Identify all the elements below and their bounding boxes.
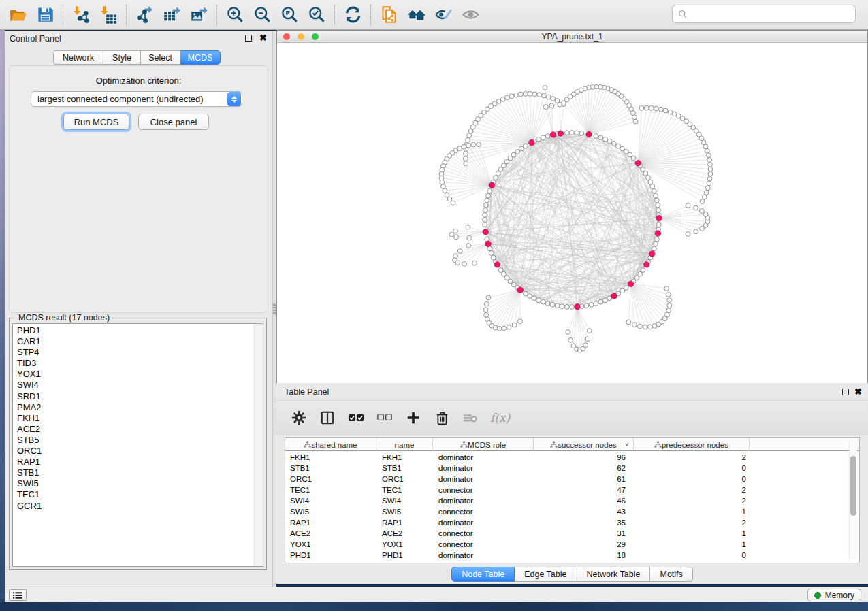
list-item[interactable]: SWI4 bbox=[13, 380, 253, 391]
tab-mcds[interactable]: MCDS bbox=[180, 50, 221, 65]
leaf-node[interactable] bbox=[703, 212, 708, 217]
list-item[interactable]: TID3 bbox=[13, 358, 253, 369]
leaf-node[interactable] bbox=[467, 235, 472, 240]
mcds-dominator-node[interactable] bbox=[635, 161, 641, 166]
ring-node[interactable] bbox=[564, 304, 569, 309]
ring-node[interactable] bbox=[487, 246, 492, 251]
tab-edge-table[interactable]: Edge Table bbox=[515, 567, 577, 582]
leaf-node[interactable] bbox=[543, 86, 547, 90]
leaf-node[interactable] bbox=[468, 129, 473, 133]
leaf-node[interactable] bbox=[568, 338, 573, 343]
list-item[interactable]: STB1 bbox=[13, 467, 253, 478]
table-row[interactable]: STB1STB1dominator620 bbox=[285, 463, 859, 474]
ring-node[interactable] bbox=[483, 218, 487, 222]
tab-motifs[interactable]: Motifs bbox=[650, 567, 692, 582]
leaf-node[interactable] bbox=[562, 101, 566, 105]
leaf-node[interactable] bbox=[472, 261, 477, 265]
ring-node[interactable] bbox=[652, 188, 656, 193]
leaf-node[interactable] bbox=[644, 105, 649, 110]
leaf-node[interactable] bbox=[638, 324, 643, 329]
leaf-node[interactable] bbox=[440, 180, 445, 184]
leaf-node[interactable] bbox=[700, 199, 705, 204]
ring-node[interactable] bbox=[564, 131, 569, 135]
memory-button[interactable]: Memory bbox=[807, 589, 861, 601]
list-item[interactable]: SRD1 bbox=[13, 391, 253, 402]
home-layout-button[interactable] bbox=[402, 3, 430, 27]
leaf-node[interactable] bbox=[514, 93, 519, 97]
ring-node[interactable] bbox=[598, 299, 603, 304]
leaf-node[interactable] bbox=[666, 308, 671, 313]
column-header-shared-name[interactable]: shared name bbox=[285, 438, 376, 451]
ring-node[interactable] bbox=[575, 131, 579, 135]
ring-node[interactable] bbox=[536, 298, 541, 303]
refresh-view-button[interactable] bbox=[339, 3, 366, 27]
network-graph-view[interactable] bbox=[277, 43, 867, 383]
mcds-dominator-node[interactable] bbox=[558, 131, 563, 136]
tab-network-table[interactable]: Network Table bbox=[577, 567, 651, 582]
leaf-node[interactable] bbox=[466, 143, 471, 148]
ring-node[interactable] bbox=[502, 271, 507, 276]
leaf-node[interactable] bbox=[587, 329, 592, 333]
leaf-node[interactable] bbox=[667, 298, 672, 303]
save-session-button[interactable] bbox=[31, 3, 59, 27]
list-item[interactable]: CAR1 bbox=[13, 336, 253, 347]
ring-node[interactable] bbox=[648, 180, 653, 184]
ring-node[interactable] bbox=[650, 184, 655, 189]
list-item[interactable]: TEC1 bbox=[13, 489, 253, 500]
ring-node[interactable] bbox=[641, 268, 645, 273]
zoom-out-button[interactable] bbox=[248, 3, 276, 27]
ring-node[interactable] bbox=[654, 198, 659, 203]
ring-node[interactable] bbox=[628, 152, 632, 157]
criterion-dropdown[interactable]: largest connected component (undirected) bbox=[31, 91, 242, 107]
ring-node[interactable] bbox=[491, 255, 496, 260]
leaf-node[interactable] bbox=[509, 94, 514, 99]
leaf-node[interactable] bbox=[643, 325, 647, 329]
tab-style[interactable]: Style bbox=[103, 50, 141, 65]
table-row[interactable]: SWI5SWI5connector431 bbox=[285, 506, 859, 517]
leaf-node[interactable] bbox=[703, 195, 707, 199]
export-network-button[interactable] bbox=[131, 3, 158, 27]
deselect-all-button[interactable] bbox=[376, 409, 393, 427]
ring-node[interactable] bbox=[511, 282, 516, 287]
ring-node[interactable] bbox=[483, 208, 487, 212]
leaf-node[interactable] bbox=[484, 301, 489, 306]
run-mcds-button[interactable]: Run MCDS bbox=[63, 114, 129, 130]
leaf-node[interactable] bbox=[505, 95, 510, 100]
leaf-node[interactable] bbox=[633, 119, 638, 124]
ring-node[interactable] bbox=[485, 198, 489, 203]
ring-node[interactable] bbox=[494, 176, 498, 180]
list-item[interactable]: STB5 bbox=[13, 435, 253, 446]
list-item[interactable]: FKH1 bbox=[13, 413, 253, 424]
mcds-dominator-node[interactable] bbox=[550, 132, 556, 137]
hide-annotations-button[interactable] bbox=[430, 3, 457, 27]
leaf-node[interactable] bbox=[551, 97, 556, 101]
leaf-node[interactable] bbox=[708, 162, 713, 167]
column-header-MCDS-role[interactable]: MCDS role bbox=[433, 438, 534, 451]
list-scrollbar[interactable] bbox=[254, 324, 263, 566]
mcds-dominator-node[interactable] bbox=[655, 231, 660, 236]
ring-node[interactable] bbox=[589, 302, 594, 307]
leaf-node[interactable] bbox=[694, 229, 698, 234]
ring-node[interactable] bbox=[584, 303, 589, 308]
table-row[interactable]: ACE2ACE2connector311 bbox=[285, 528, 859, 539]
leaf-node[interactable] bbox=[707, 158, 712, 163]
leaf-node[interactable] bbox=[543, 105, 548, 110]
clone-network-button[interactable] bbox=[375, 3, 402, 27]
ring-node[interactable] bbox=[612, 142, 617, 146]
ring-node[interactable] bbox=[607, 139, 612, 144]
ring-node[interactable] bbox=[654, 193, 658, 198]
leaf-node[interactable] bbox=[707, 176, 712, 181]
ring-node[interactable] bbox=[656, 208, 661, 212]
tab-select[interactable]: Select bbox=[141, 50, 180, 65]
leaf-node[interactable] bbox=[659, 107, 664, 112]
ring-node[interactable] bbox=[560, 304, 564, 309]
list-item[interactable]: GCR1 bbox=[13, 501, 253, 512]
leaf-node[interactable] bbox=[462, 262, 467, 267]
ring-node[interactable] bbox=[486, 193, 491, 198]
leaf-node[interactable] bbox=[707, 181, 711, 186]
zoom-fit-button[interactable] bbox=[276, 3, 303, 27]
select-all-button[interactable] bbox=[347, 409, 365, 427]
ring-node[interactable] bbox=[532, 296, 536, 301]
leaf-node[interactable] bbox=[667, 303, 672, 308]
show-eye-button[interactable] bbox=[457, 3, 484, 27]
